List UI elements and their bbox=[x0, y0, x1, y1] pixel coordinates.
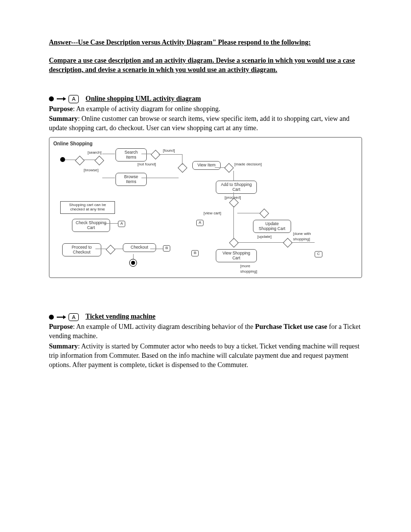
decision-done-icon bbox=[283, 238, 293, 248]
guard-search: [search] bbox=[88, 150, 101, 156]
edge bbox=[150, 249, 163, 249]
note-check-cart: Shopping cart can be checked at any time bbox=[60, 201, 115, 214]
edge bbox=[114, 249, 123, 249]
purpose-bold: Purchase Ticket use case bbox=[255, 323, 327, 330]
edge bbox=[237, 242, 284, 243]
final-node-icon bbox=[129, 259, 137, 267]
purpose-label: Purpose bbox=[49, 323, 73, 330]
edge bbox=[95, 249, 107, 249]
decision-found-icon bbox=[151, 150, 160, 160]
start-dot-icon bbox=[49, 96, 54, 101]
connector-a-icon: A bbox=[68, 313, 79, 322]
connector-a-icon: A bbox=[68, 95, 79, 103]
edge bbox=[102, 178, 115, 178]
summary-label: Summary bbox=[49, 115, 78, 122]
document-page: Answer---Use Case Description versus Act… bbox=[0, 0, 411, 532]
purpose-line: Purpose: An example of activity diagram … bbox=[49, 105, 362, 114]
purpose-label: Purpose bbox=[49, 105, 73, 113]
edge bbox=[83, 160, 96, 160]
initial-node-icon: A bbox=[49, 313, 79, 322]
guard-made-decision: [made decision] bbox=[234, 162, 262, 167]
activity-update-cart: Update Shopping Cart bbox=[253, 220, 291, 233]
edge bbox=[65, 160, 77, 160]
connector-c: C bbox=[315, 251, 322, 257]
summary-label: Summary bbox=[49, 343, 78, 350]
summary-text: : Activity is started by Commuter actor … bbox=[49, 343, 360, 369]
purpose-text-a: : An example of UML activity diagram des… bbox=[73, 323, 255, 330]
guard-not-found: [not found] bbox=[137, 162, 156, 167]
merge-view-icon bbox=[178, 163, 187, 173]
edge bbox=[141, 178, 179, 178]
section-ticket-vending: A Ticket vending machine Purpose: An exa… bbox=[49, 312, 362, 370]
prompt-heading: Compare a use case description and an ac… bbox=[49, 56, 362, 75]
activity-checkout: Checkout bbox=[123, 243, 156, 252]
initial-node-icon bbox=[60, 157, 65, 162]
diagram-title: Online Shopping bbox=[53, 140, 358, 147]
summary-line: Summary: Online customer can browse or s… bbox=[49, 115, 362, 133]
merge-checkout-icon bbox=[106, 245, 115, 254]
decision-made-icon bbox=[224, 163, 234, 173]
edge bbox=[233, 206, 234, 239]
initial-node-icon: A bbox=[49, 95, 79, 103]
connector-a-2: A bbox=[118, 221, 125, 227]
summary-text: : Online customer can browse or search i… bbox=[49, 115, 349, 132]
decision-node-icon bbox=[94, 156, 104, 165]
activity-check-cart: Check Shopping Cart bbox=[72, 219, 110, 232]
merge-node-icon bbox=[75, 156, 85, 165]
section-online-shopping: A Online shopping UML activity diagram P… bbox=[49, 94, 362, 278]
edge bbox=[233, 171, 234, 181]
start-dot-icon bbox=[49, 315, 54, 320]
merge-update-icon bbox=[259, 208, 269, 218]
arrow-icon bbox=[57, 317, 66, 318]
activity-diagram: Online Shopping [search] [browse] Search… bbox=[49, 137, 362, 278]
guard-update: [update] bbox=[257, 234, 272, 240]
edge bbox=[237, 213, 261, 213]
activity-proceed-checkout: Proceed to Checkout bbox=[62, 243, 101, 256]
edge bbox=[159, 154, 182, 155]
activity-view-item: View Item bbox=[192, 161, 221, 169]
edge bbox=[233, 192, 234, 199]
guard-done: [done with shopping] bbox=[293, 231, 318, 242]
decision-view-icon bbox=[229, 238, 239, 248]
summary-line: Summary: Activity is started by Commuter… bbox=[49, 342, 362, 370]
guard-proceed: [proceed] bbox=[225, 195, 241, 201]
section-title: Online shopping UML activity diagram bbox=[86, 95, 201, 102]
connector-a: A bbox=[196, 220, 204, 226]
edge bbox=[215, 167, 226, 168]
edge bbox=[182, 154, 183, 165]
purpose-text: : An example of activity diagram for onl… bbox=[73, 105, 220, 113]
guard-more: [more shopping] bbox=[240, 264, 263, 275]
connector-b-2: B bbox=[163, 245, 170, 252]
activity-view-cart: View Shopping Cart bbox=[216, 249, 257, 262]
edge bbox=[291, 242, 315, 243]
connector-b: B bbox=[191, 250, 199, 256]
activity-add-to-cart: Add to Shopping Cart bbox=[216, 181, 257, 194]
activity-search-items: Search Items bbox=[115, 148, 147, 162]
edge bbox=[104, 223, 118, 224]
guard-found: [found] bbox=[163, 148, 175, 154]
edge bbox=[133, 254, 134, 259]
guard-view-cart: [view cart] bbox=[204, 211, 221, 216]
answer-heading: Answer---Use Case Description versus Act… bbox=[49, 38, 362, 47]
purpose-line: Purpose: An example of UML activity diag… bbox=[49, 323, 362, 341]
edge bbox=[102, 154, 115, 154]
section-title: Ticket vending machine bbox=[86, 313, 156, 320]
edge bbox=[141, 154, 152, 154]
guard-browse: [browse] bbox=[84, 168, 98, 173]
arrow-icon bbox=[57, 98, 66, 99]
activity-browse-items: Browse Items bbox=[115, 173, 147, 186]
